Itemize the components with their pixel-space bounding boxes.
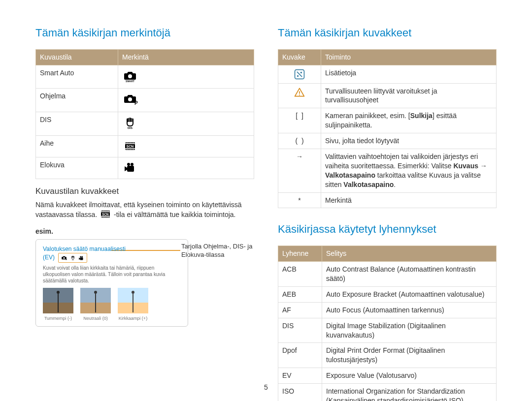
thumb-brighter: Kirkkaampi (+) [118,288,148,321]
th-icon: Kuvake [278,49,321,65]
func-text: Turvallisuuteen liittyvät varoitukset ja… [321,83,497,108]
func-text: Sivu, jolta tiedot löytyvät [321,133,497,149]
example-inline-icons [58,253,87,263]
func-text: Merkintä [321,192,497,208]
table-row: * Merkintä [278,192,497,208]
func-text: Lisätietoja [321,65,497,83]
expl: Auto Focus (Automaattinen tarkennus) [322,302,497,318]
mode-label: Ohjelma [36,89,118,112]
right-column: Tämän käsikirjan kuvakkeet Kuvake Toimin… [278,26,497,401]
table-row: → Valittavien vaihtoehtojen tai valikoid… [278,149,497,193]
th-expl: Selitys [322,246,497,262]
smart-auto-icon [118,65,254,89]
example-label: esim. [35,227,254,236]
parens-icon: ( ) [278,133,321,149]
abbr: EV [278,368,322,384]
star-icon: * [278,192,321,208]
table-row: ( ) Sivu, jolta tiedot löytyvät [278,133,497,149]
abbreviations-table: Lyhenne Selitys ACBAuto Contrast Balance… [278,246,497,401]
thumb-label: Kirkkaampi (+) [118,315,148,321]
brackets-icon: [ ] [278,108,321,133]
th-function: Toiminto [321,49,497,65]
abbr: ACB [278,262,322,287]
thumb-neutral: Neutraali (0) [80,288,111,321]
thumb-label: Tummempi (-) [43,315,73,321]
callout-text: Tarjolla Ohjelma-, DIS- ja Elokuva-tilas… [181,242,265,259]
mode-icons-paragraph: Nämä kuvakkeet ilmoittavat, että kyseine… [35,200,254,221]
th-abbr: Lyhenne [278,246,322,262]
arrow-icon: → [278,149,321,193]
movie-icon [118,157,254,179]
subheading-mode-icons: Kuvaustilan kuvakkeet [35,186,254,197]
table-row: Aihe [36,136,254,157]
table-row: EVExposure Value (Valotusarvo) [278,368,497,384]
info-icon [278,65,321,83]
expl: Auto Contrast Balance (Automaattinen kon… [322,262,497,287]
icon-legend-table: Kuvake Toiminto Lisätietoja Turvallisuut… [278,49,497,209]
mode-label: Smart Auto [36,65,118,89]
table-row: AEBAuto Exposure Bracket (Automaattinen … [278,286,497,302]
example-wrapper: Tarjolla Ohjelma-, DIS- ja Elokuva-tilas… [35,239,254,327]
table-row: [ ] Kameran painikkeet, esim. [Sulkija] … [278,108,497,133]
page-number: 5 [0,383,532,392]
heading-notation: Tämän käsikirjan merkintöjä [35,26,254,40]
func-text: Valittavien vaihtoehtojen tai valikoiden… [321,149,497,193]
para-text-b: -tila ei välttämättä tue kaikkia toimint… [114,211,235,218]
expl: Digital Image Stabilization (Digitaaline… [322,318,497,343]
expl: Digital Print Order Format (Digitaalinen… [322,343,497,368]
table-row: DpofDigital Print Order Format (Digitaal… [278,343,497,368]
heading-abbr: Käsikirjassa käytetyt lyhennykset [278,222,497,237]
thumb-darker: Tummempi (-) [43,288,73,321]
heading-icons: Tämän käsikirjan kuvakkeet [278,26,497,40]
table-row: Ohjelma [36,89,254,112]
scn-inline-icon [100,210,111,221]
example-title-line1: Valotuksen säätö manuaalisesti [43,246,126,252]
mode-label: Aihe [36,136,118,157]
table-row: DIS [36,112,254,136]
expl: Exposure Value (Valotusarvo) [322,368,497,384]
table-row: DISDigital Image Stabilization (Digitaal… [278,318,497,343]
th-mark: Merkintä [118,49,254,65]
dis-icon [118,112,254,136]
mode-label: DIS [36,112,118,136]
shooting-mode-table: Kuvaustila Merkintä Smart Auto Ohjelma D… [35,49,254,179]
table-row: Smart Auto [36,65,254,89]
th-mode: Kuvaustila [36,49,118,65]
scene-icon [118,136,254,157]
table-row: Turvallisuuteen liittyvät varoitukset ja… [278,83,497,108]
left-column: Tämän käsikirjan merkintöjä Kuvaustila M… [35,26,254,401]
abbr: AF [278,302,322,318]
example-thumbs: Tummempi (-) Neutraali (0) Kirkkaampi (+… [43,288,181,321]
warning-icon [278,83,321,108]
table-row: Lisätietoja [278,65,497,83]
mode-label: Elokuva [36,157,118,179]
abbr: DIS [278,318,322,343]
table-row: AFAuto Focus (Automaattinen tarkennus) [278,302,497,318]
program-icon [118,89,254,112]
abbr: Dpof [278,343,322,368]
abbr: AEB [278,286,322,302]
thumb-label: Neutraali (0) [80,315,111,321]
expl: Auto Exposure Bracket (Automaattinen val… [322,286,497,302]
table-row: Elokuva [36,157,254,179]
example-box: Valotuksen säätö manuaalisesti (EV) Kuva… [35,239,188,327]
example-body: Kuvat voivat olla liian kirkkaita tai hä… [43,265,181,284]
table-row: ACBAuto Contrast Balance (Automaattinen … [278,262,497,287]
example-title: Valotuksen säätö manuaalisesti (EV) [43,246,181,263]
func-text: Kameran painikkeet, esim. [Sulkija] esit… [321,108,497,133]
example-title-ev: (EV) [43,254,55,261]
